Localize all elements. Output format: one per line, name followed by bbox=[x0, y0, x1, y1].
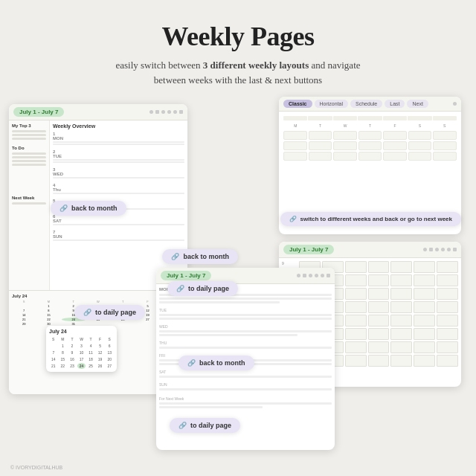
icon-dot-1 bbox=[149, 110, 153, 114]
sidebar-todo-line-1 bbox=[12, 152, 46, 155]
mini-cal-grid: S M T W T F S 1 2 3 4 5 6 7 bbox=[49, 336, 114, 369]
top-right-icons bbox=[453, 102, 457, 106]
bt-sq-1 bbox=[303, 274, 306, 277]
callout-label-back-mid: back to month bbox=[183, 253, 229, 260]
bottom-icons bbox=[297, 274, 330, 277]
day-thu: 4Thu bbox=[53, 183, 184, 194]
mini-cal-popup-header: July 24 bbox=[49, 329, 114, 334]
mid-right-icons bbox=[423, 248, 457, 251]
icon-sq-2 bbox=[179, 110, 183, 114]
mr-dot-1 bbox=[423, 248, 427, 251]
sidebar-todo-line-4 bbox=[12, 164, 46, 166]
bt-dot-4 bbox=[321, 274, 324, 277]
mini-calendar-popup: July 24 S M T W T F S 1 2 3 4 5 bbox=[46, 326, 117, 372]
callout-back-to-month-mid[interactable]: 🔗 back to month bbox=[162, 249, 238, 264]
day-sun: 7SUN bbox=[53, 230, 184, 241]
left-date-badge: July 1 - July 7 bbox=[13, 107, 64, 117]
callout-label-back-bottom: back to month bbox=[199, 359, 245, 367]
link-icon-3: 🔗 bbox=[289, 216, 297, 222]
nav-pill-schedule[interactable]: Schedule bbox=[350, 100, 382, 108]
left-icons bbox=[149, 110, 183, 114]
sidebar-top3-label: My Top 3 bbox=[12, 123, 46, 128]
page-title: Weekly Pages bbox=[0, 21, 476, 52]
sidebar-nextweek-line bbox=[12, 202, 46, 205]
mr-dot-4 bbox=[447, 248, 451, 251]
ss-left-header: July 1 - July 7 bbox=[9, 104, 187, 120]
bt-dot-2 bbox=[309, 274, 312, 277]
callout-switch-weeks[interactable]: 🔗 switch to different weeks and back or … bbox=[280, 212, 462, 226]
icon-dot-2 bbox=[161, 110, 165, 114]
sidebar-line-1 bbox=[12, 130, 46, 132]
callout-label-switch: switch to different weeks and back or go… bbox=[300, 216, 453, 222]
icon-dot-4 bbox=[173, 110, 177, 114]
day-mon: 1MON bbox=[53, 132, 184, 145]
mr-sq-1 bbox=[429, 248, 433, 251]
bt-sq-2 bbox=[327, 274, 330, 277]
copyright: © IVORYDIGITALHUB bbox=[10, 465, 62, 470]
ss-top-right-header: Classic Horizontal Schedule Last Next bbox=[279, 97, 461, 112]
icon-dot-3 bbox=[167, 110, 171, 114]
tr-dot-1 bbox=[453, 102, 457, 106]
sidebar-nextweek-label: Next Week bbox=[12, 196, 46, 200]
bt-dot-1 bbox=[297, 274, 300, 277]
weekly-overview-title: Weekly Overview bbox=[53, 123, 184, 129]
link-icon-5: 🔗 bbox=[176, 285, 184, 292]
sidebar-line-3 bbox=[12, 138, 46, 140]
nav-pill-last[interactable]: Last bbox=[385, 100, 405, 108]
callout-back-to-month-bottom[interactable]: 🔗 back to month bbox=[178, 356, 254, 370]
nav-pill-next[interactable]: Next bbox=[407, 100, 428, 108]
mr-dot-3 bbox=[441, 248, 445, 251]
screenshots-container: July 1 - July 7 My Top 3 To Do bbox=[0, 97, 476, 476]
callout-back-to-month-left[interactable]: 🔗 back to month bbox=[51, 201, 126, 216]
icon-sq-1 bbox=[155, 110, 159, 114]
bt-dot-3 bbox=[315, 274, 318, 277]
sidebar-line-2 bbox=[12, 134, 46, 136]
mr-sq-2 bbox=[453, 248, 457, 251]
day-sat: 6SAT bbox=[53, 214, 184, 225]
bottom-date-badge: July 1 - July 7 bbox=[161, 271, 211, 280]
sidebar-todo-label: To Do bbox=[12, 146, 46, 150]
day-tue: 2TUE bbox=[53, 149, 184, 163]
link-icon-4: 🔗 bbox=[171, 253, 179, 260]
callout-to-daily-left[interactable]: 🔗 to daily page bbox=[74, 305, 145, 320]
callout-to-daily-bottom[interactable]: 🔗 to daily page bbox=[170, 418, 240, 433]
sidebar-todo-line-2 bbox=[12, 156, 46, 158]
link-icon-7: 🔗 bbox=[178, 422, 187, 429]
sidebar-todo-line-3 bbox=[12, 160, 46, 162]
link-icon-1: 🔗 bbox=[60, 205, 68, 212]
callout-to-daily-mid[interactable]: 🔗 to daily page bbox=[167, 281, 238, 296]
mr-dot-2 bbox=[435, 248, 439, 251]
day-wed: 3WED bbox=[53, 167, 184, 178]
callout-label-daily-left: to daily page bbox=[95, 309, 136, 316]
callout-label-daily-mid: to daily page bbox=[188, 285, 229, 292]
page-subtitle: easily switch between 3 different weekly… bbox=[0, 58, 476, 87]
callout-label-back-left: back to month bbox=[71, 205, 118, 212]
callout-label-daily-bottom: to daily page bbox=[190, 422, 231, 429]
nav-pill-classic[interactable]: Classic bbox=[283, 100, 312, 108]
link-icon-2: 🔗 bbox=[83, 309, 91, 316]
nav-pill-horizontal[interactable]: Horizontal bbox=[315, 100, 349, 108]
ss-mid-right-header: July 1 - July 7 bbox=[279, 242, 461, 258]
mid-right-date-badge: July 1 - July 7 bbox=[283, 245, 334, 254]
link-icon-6: 🔗 bbox=[187, 359, 196, 367]
